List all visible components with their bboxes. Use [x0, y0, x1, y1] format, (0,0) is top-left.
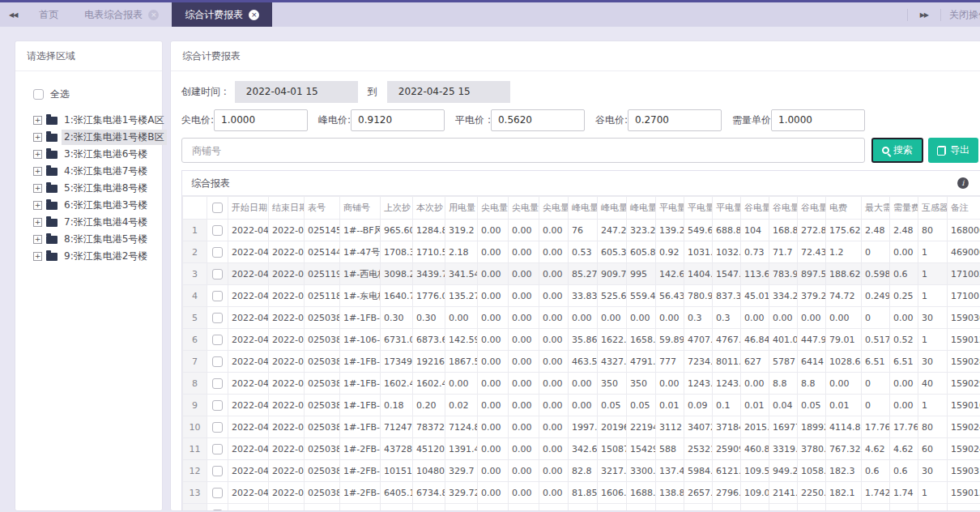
column-header[interactable]: 本次抄: [413, 197, 445, 220]
column-header[interactable]: 尖电量: [478, 197, 509, 220]
tab-close-icon[interactable]: [249, 10, 259, 20]
tree-item-2[interactable]: 2:张江集电港1号楼B区: [33, 129, 157, 146]
expand-icon[interactable]: [33, 116, 42, 125]
row-checkbox[interactable]: [212, 291, 223, 301]
column-header[interactable]: 峰电量: [627, 197, 656, 220]
column-header[interactable]: 需量费: [890, 197, 918, 220]
row-checkbox[interactable]: [212, 444, 223, 454]
column-header[interactable]: 商铺号: [340, 197, 381, 220]
table-row[interactable]: 52022-04-2022-04-025038001#-1FB-50.300.3…: [183, 307, 980, 329]
expand-icon[interactable]: [33, 184, 42, 193]
price-input-flat[interactable]: [491, 109, 585, 131]
expand-icon[interactable]: [33, 150, 42, 159]
row-checkbox[interactable]: [212, 225, 223, 236]
expand-icon[interactable]: [33, 235, 42, 244]
tree-item-7[interactable]: 7:张江集电港4号楼: [33, 214, 157, 231]
shop-number-input[interactable]: [181, 138, 865, 163]
column-header[interactable]: 谷电量: [798, 197, 826, 220]
table-row[interactable]: 12022-04-2022-04-025145011#--BF风965.6012…: [183, 220, 980, 241]
tab-close-icon[interactable]: [148, 10, 159, 20]
select-all-row[interactable]: 全选: [33, 87, 157, 101]
tree-item-8[interactable]: 8:张江集电港5号楼: [33, 231, 157, 248]
expand-icon[interactable]: [33, 201, 42, 210]
tab-meter-report[interactable]: 电表综合报表: [71, 2, 172, 27]
tab-home[interactable]: 首页: [26, 2, 71, 27]
expand-icon[interactable]: [33, 252, 42, 261]
tree-item-1[interactable]: 1:张江集电港1号楼A区: [33, 112, 157, 129]
start-date-input[interactable]: 2022-04-01 15: [235, 81, 358, 103]
tree-item-9[interactable]: 9:张江集电港2号楼: [33, 248, 157, 265]
scroll-tabs-left-button[interactable]: [0, 2, 26, 27]
row-checkbox[interactable]: [212, 269, 223, 279]
cell: 2022-04-: [269, 263, 305, 285]
cell: 10480.: [413, 460, 445, 482]
select-all-checkbox[interactable]: [33, 89, 44, 100]
column-header[interactable]: 峰电量: [569, 197, 598, 220]
table-row[interactable]: 42022-04-2022-04-025118011#-东电梯1640.7177…: [183, 285, 980, 307]
row-checkbox[interactable]: [212, 378, 223, 389]
tree-item-4[interactable]: 4:张江集电港7号楼: [33, 163, 157, 180]
column-header[interactable]: 结束日期: [269, 197, 305, 220]
table-row[interactable]: 122022-04-2022-04-025038001#-2FB-410151.…: [183, 460, 980, 482]
column-header[interactable]: 备注: [948, 197, 980, 220]
expand-icon[interactable]: [33, 218, 42, 227]
cell: 30: [918, 307, 948, 329]
column-header[interactable]: 用电量: [445, 197, 478, 220]
table-row[interactable]: 102022-04-2022-04-025038001#-1FB-171247.…: [183, 416, 980, 438]
tree-item-6[interactable]: 6:张江集电港3号楼: [33, 197, 157, 214]
table-row[interactable]: 92022-04-2022-04-025038001#-1FB-20.180.2…: [183, 395, 980, 416]
row-checkbox-cell: [207, 329, 228, 351]
row-checkbox[interactable]: [212, 400, 223, 411]
price-label-peak: 峰电价:: [318, 113, 351, 127]
column-header[interactable]: 峰电量: [598, 197, 627, 220]
row-checkbox[interactable]: [212, 335, 223, 345]
table-row[interactable]: 112022-04-2022-04-025038001#-2FB-343728.…: [183, 438, 980, 460]
column-header[interactable]: 谷电量: [769, 197, 798, 220]
table-row[interactable]: 22022-04-2022-04-025144001#-47号车1708.317…: [183, 241, 980, 263]
cell: 247.2: [598, 220, 627, 241]
column-header[interactable]: 平电量: [684, 197, 713, 220]
close-operations-menu[interactable]: 关闭操作: [944, 8, 980, 22]
column-header[interactable]: 尖电量: [539, 197, 569, 220]
expand-icon[interactable]: [33, 133, 42, 142]
column-header[interactable]: 平电量: [656, 197, 684, 220]
column-header[interactable]: 互感器: [918, 197, 948, 220]
row-checkbox[interactable]: [212, 488, 223, 498]
tree-item-3[interactable]: 3:张江集电港6号楼: [33, 146, 157, 163]
end-date-input[interactable]: 2022-04-25 15: [387, 81, 510, 103]
column-header[interactable]: 最大需: [862, 197, 890, 220]
select-all-rows-checkbox[interactable]: [212, 203, 223, 213]
table-row[interactable]: 132022-04-2022-04-025038001#-2FB-26405.1…: [183, 482, 980, 504]
table-row[interactable]: 32022-04-2022-04-025119011#-西电梯3098.2343…: [183, 263, 980, 285]
price-input-demand[interactable]: [771, 109, 865, 131]
table-row[interactable]: 72022-04-2022-04-025038001#-1FB-617349.1…: [183, 351, 980, 373]
info-icon[interactable]: [957, 177, 969, 189]
column-header[interactable]: 表号: [305, 197, 340, 220]
row-checkbox[interactable]: [212, 466, 223, 476]
price-input-peak[interactable]: [351, 109, 445, 131]
row-checkbox[interactable]: [212, 510, 223, 511]
row-checkbox[interactable]: [212, 313, 223, 323]
row-checkbox[interactable]: [212, 356, 223, 367]
export-button[interactable]: 导出: [928, 138, 978, 163]
column-header[interactable]: 谷电量: [741, 197, 769, 220]
row-checkbox[interactable]: [212, 422, 223, 433]
tree-item-5[interactable]: 5:张江集电港8号楼: [33, 180, 157, 197]
tab-billing-report[interactable]: 综合计费报表: [172, 2, 272, 27]
column-header[interactable]: 尖电量: [509, 197, 539, 220]
cell: 995: [627, 263, 656, 285]
table-row[interactable]: 82022-04-2022-04-025038001#-1FB-31602.41…: [183, 373, 980, 395]
table-row[interactable]: 62022-04-2022-04-025038001#-106-36731.06…: [183, 329, 980, 351]
expand-icon[interactable]: [33, 167, 42, 176]
search-button[interactable]: 搜索: [871, 138, 923, 163]
cell: 1: [918, 285, 948, 307]
scroll-tabs-right-button[interactable]: [911, 11, 937, 19]
price-input-sharp[interactable]: [214, 109, 308, 131]
row-checkbox[interactable]: [212, 247, 223, 258]
column-header[interactable]: 上次抄: [381, 197, 413, 220]
column-header[interactable]: 平电量: [713, 197, 741, 220]
price-input-valley[interactable]: [628, 109, 722, 131]
column-header[interactable]: 电费: [826, 197, 862, 220]
column-header[interactable]: 开始日期: [228, 197, 269, 220]
table-row[interactable]: 142022-04-2022-04-025038001#-2FB-1169.03…: [183, 504, 980, 512]
